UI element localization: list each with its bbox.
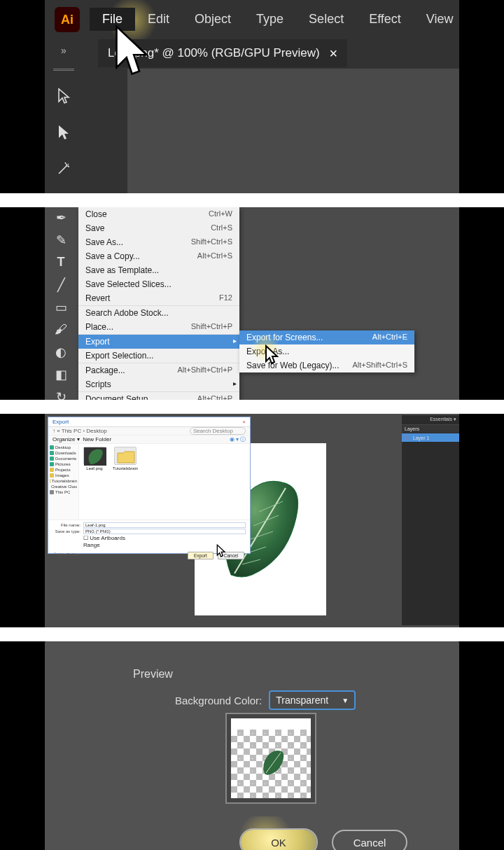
type-tool-icon[interactable]: T: [57, 255, 65, 270]
preview-section-title: Preview: [133, 668, 173, 681]
breadcrumb[interactable]: ↑ « This PC › Desktop: [52, 428, 107, 434]
tree-item[interactable]: Images: [50, 473, 77, 478]
menu-item-save-as-template[interactable]: Save as Template...: [78, 263, 239, 277]
magic-wand-tool-icon[interactable]: [56, 157, 71, 181]
background-color-label: Background Color:: [175, 695, 262, 706]
tree-item[interactable]: Downloads: [50, 451, 77, 455]
menu-item-search-adobe-stock[interactable]: Search Adobe Stock...: [78, 306, 239, 320]
menu-item-revert[interactable]: RevertF12: [78, 291, 239, 306]
folder-tree: DesktopDownloadsDocumentsPicturesProject…: [48, 444, 79, 520]
app-logo: Ai: [55, 7, 80, 32]
file-listing: Leaf.pngTutorialsbrain: [79, 444, 250, 520]
filename-label: File name:: [52, 523, 80, 527]
hide-folders-toggle[interactable]: ˅ Hide Folders: [54, 552, 81, 559]
right-panels: Essentials ▾ Layers Layer 1: [402, 415, 459, 625]
menu-object[interactable]: Object: [182, 8, 244, 31]
menu-item-save[interactable]: SaveCtrl+S: [78, 221, 239, 235]
menu-view[interactable]: View: [414, 8, 466, 31]
menu-item-package[interactable]: Package...Alt+Shift+Ctrl+P: [78, 363, 239, 377]
tree-item[interactable]: Tutorialsbrain: [50, 479, 77, 483]
menu-item-export-selection[interactable]: Export Selection...: [78, 349, 239, 363]
tab-title: Leaf.png* @ 100% (RGB/GPU Preview): [108, 46, 320, 60]
shaper-tool-icon[interactable]: ◐: [55, 344, 66, 360]
document-tab[interactable]: Leaf.png* @ 100% (RGB/GPU Preview) ×: [98, 39, 347, 67]
menu-item-save-selected-slices[interactable]: Save Selected Slices...: [78, 277, 239, 291]
rectangle-tool-icon[interactable]: ▭: [55, 300, 67, 315]
line-tool-icon[interactable]: ╱: [57, 277, 65, 293]
pen-tool-icon[interactable]: ✒: [56, 210, 66, 225]
menu-item-save-a-copy[interactable]: Save a Copy...Alt+Ctrl+S: [78, 249, 239, 263]
canvas-area: [127, 69, 459, 193]
range-option[interactable]: Range: [83, 542, 100, 548]
highlight-spot: [251, 333, 280, 363]
file-thumbnail[interactable]: Tutorialsbrain: [113, 447, 138, 471]
eraser-tool-icon[interactable]: ◧: [55, 367, 67, 382]
menu-edit[interactable]: Edit: [135, 8, 182, 31]
menu-bar: File Edit Object Type Select Effect View: [90, 7, 466, 31]
menu-item-close[interactable]: CloseCtrl+W: [78, 207, 239, 221]
export-dialog: Export × ↑ « This PC › Desktop Search De…: [48, 417, 251, 554]
tools-panel-2: ✒ ✎ T ╱ ▭ 🖌 ◐ ◧ ↻ ⤢ ⚹ ⬔ ⬗: [48, 210, 74, 400]
tree-item[interactable]: Projects: [50, 468, 77, 472]
dialog-close-icon[interactable]: ×: [242, 419, 246, 425]
tree-item[interactable]: Pictures: [50, 462, 77, 466]
brush-tool-icon[interactable]: 🖌: [55, 322, 67, 337]
menu-item-scripts[interactable]: Scripts: [78, 377, 239, 392]
tab-close-icon[interactable]: ×: [330, 46, 338, 62]
tree-item[interactable]: This PC: [50, 490, 77, 494]
menu-select[interactable]: Select: [296, 8, 356, 31]
cancel-button[interactable]: Cancel: [218, 552, 244, 559]
menu-file[interactable]: File: [90, 8, 135, 31]
preview-thumbnail: [225, 713, 316, 804]
menu-type[interactable]: Type: [244, 8, 296, 31]
tree-item[interactable]: Creative Cloud Fi: [50, 485, 77, 489]
curvature-tool-icon[interactable]: ✎: [56, 232, 66, 248]
export-button[interactable]: Export: [188, 552, 214, 559]
dialog-title: Export: [52, 419, 69, 425]
tree-item[interactable]: Documents: [50, 457, 77, 461]
workspace-selector[interactable]: Essentials ▾: [402, 415, 459, 425]
new-folder-button[interactable]: New Folder: [83, 436, 111, 443]
chevron-down-icon: ▼: [342, 697, 349, 704]
tool-panel-grip: [53, 69, 74, 71]
menu-item-save-as[interactable]: Save As...Shift+Ctrl+S: [78, 235, 239, 249]
organize-button[interactable]: Organize ▾: [52, 436, 80, 443]
tree-item[interactable]: Desktop: [50, 445, 77, 450]
layer-name: Layer 1: [413, 436, 429, 440]
layer-color-swatch: [405, 435, 410, 440]
tools-panel: »: [48, 39, 80, 193]
selection-tool-icon[interactable]: [57, 84, 71, 108]
background-color-value: Transparent: [276, 695, 328, 706]
leaf-preview-icon: [260, 748, 286, 776]
ok-button[interactable]: OK: [241, 830, 316, 850]
saveastype-label: Save as type:: [52, 529, 80, 534]
background-color-select[interactable]: Transparent ▼: [269, 690, 356, 710]
file-dropdown-menu: CloseCtrl+WSaveCtrl+SSave As...Shift+Ctr…: [78, 207, 239, 400]
direct-selection-tool-icon[interactable]: [57, 120, 71, 144]
search-input[interactable]: Search Desktop: [190, 427, 246, 435]
filename-input[interactable]: Leaf-1.png: [83, 522, 246, 528]
layer-row[interactable]: Layer 1: [402, 433, 459, 443]
file-thumbnail[interactable]: Leaf.png: [82, 447, 107, 471]
rotate-tool-icon[interactable]: ↻: [56, 389, 66, 400]
layers-panel-tab[interactable]: Layers: [402, 425, 459, 433]
cancel-button[interactable]: Cancel: [332, 830, 407, 850]
menu-item-place[interactable]: Place...Shift+Ctrl+P: [78, 320, 239, 335]
menu-effect[interactable]: Effect: [356, 8, 414, 31]
menu-item-export[interactable]: Export: [78, 335, 239, 349]
expand-tools-icon[interactable]: »: [61, 45, 66, 56]
use-artboards-checkbox[interactable]: ☐ Use Artboards: [83, 535, 125, 541]
saveastype-select[interactable]: PNG (*.PNG): [83, 529, 246, 534]
view-options-icon[interactable]: ◉ ▾ ⓘ: [230, 436, 246, 443]
menu-item-document-setup[interactable]: Document Setup...Alt+Ctrl+P: [78, 392, 239, 400]
